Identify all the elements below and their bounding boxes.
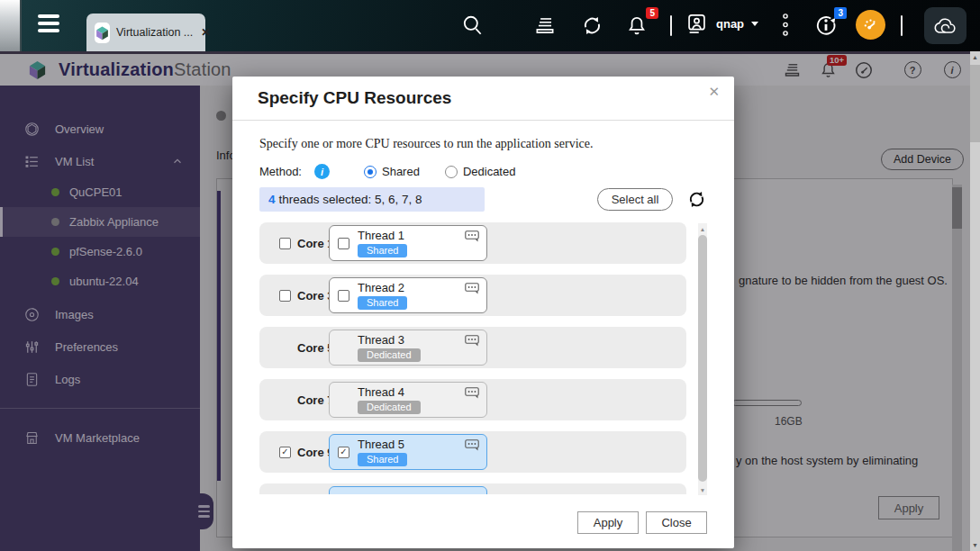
comment-icon[interactable]	[465, 387, 479, 399]
core-row-3: Core 3 Thread 2 Shared	[259, 275, 686, 316]
background-tasks-icon[interactable]	[531, 12, 558, 39]
kebab-menu-icon[interactable]	[778, 12, 793, 39]
virtualization-cube-icon	[95, 23, 110, 43]
comment-icon[interactable]	[465, 230, 479, 242]
thread-card[interactable]: Thread 1 Shared	[329, 225, 487, 261]
myqnapcloud-icon[interactable]	[924, 7, 966, 44]
scrollbar-thumb[interactable]	[698, 235, 707, 482]
thread-checkbox[interactable]	[338, 290, 349, 302]
radio-dedicated[interactable]: Dedicated	[445, 165, 516, 178]
caret-down-icon	[751, 22, 758, 26]
system-top-bar: Virtualization ... ✕ 5 qnap 3	[0, 0, 980, 51]
scroll-up-arrow[interactable]: ▲	[970, 51, 980, 63]
dialog-list-scrollbar[interactable]: ▲ ▼	[698, 223, 707, 495]
thread-card-selected[interactable]: ✓ Thread 5 Shared	[329, 434, 487, 470]
info-count-badge: 3	[834, 7, 847, 19]
user-menu[interactable]: qnap	[685, 12, 758, 36]
separator	[670, 15, 672, 36]
radio-button[interactable]	[445, 166, 458, 178]
scroll-down-arrow[interactable]: ▼	[698, 484, 707, 495]
comment-icon[interactable]	[465, 335, 479, 347]
core-checkbox-checked[interactable]: ✓	[279, 447, 291, 458]
thread-card-disabled: Thread 4 Dedicated	[329, 382, 487, 418]
dialog-close-button[interactable]: Close	[646, 511, 707, 534]
user-name: qnap	[716, 17, 744, 31]
tab-close-icon[interactable]: ✕	[201, 26, 210, 39]
dialog-description: Specify one or more CPU resources to run…	[259, 137, 707, 151]
method-label: Method:	[259, 165, 302, 178]
dialog-header: Specify CPU Resources ✕	[232, 77, 734, 121]
main-menu-button[interactable]	[38, 14, 59, 36]
thread-card-disabled: Thread 3 Dedicated	[329, 330, 487, 366]
dialog-apply-button[interactable]: Apply	[577, 511, 639, 534]
dialog-title: Specify CPU Resources	[258, 88, 451, 108]
tab-label: Virtualization ...	[116, 26, 193, 39]
app-tab-virtualization[interactable]: Virtualization ... ✕	[86, 14, 205, 51]
specify-cpu-resources-dialog: Specify CPU Resources ✕ Specify one or m…	[232, 77, 734, 548]
notification-count-badge: 5	[646, 7, 658, 19]
dialog-close-icon[interactable]: ✕	[708, 84, 720, 100]
page-scrollbar[interactable]: ▲ ▼	[970, 51, 980, 551]
thread-checkbox[interactable]	[338, 238, 349, 249]
separator	[901, 15, 903, 36]
scroll-up-arrow[interactable]: ▲	[698, 223, 707, 234]
core-row-7: Core 7 Thread 4 Dedicated	[259, 379, 686, 420]
desktop-edge-sliver	[0, 0, 22, 51]
scroll-down-arrow[interactable]: ▼	[970, 539, 980, 551]
radio-button-selected[interactable]	[364, 166, 377, 178]
select-all-button[interactable]: Select all	[597, 188, 673, 211]
comment-icon[interactable]	[465, 439, 479, 451]
resource-monitor-icon[interactable]	[856, 10, 885, 40]
cpu-core-list: Core 1 Thread 1 Shared Core 3	[259, 222, 688, 494]
notifications-bell-icon[interactable]: 5	[623, 12, 650, 39]
radio-shared[interactable]: Shared	[364, 165, 420, 178]
search-icon[interactable]	[459, 12, 486, 39]
thread-checkbox-checked[interactable]: ✓	[338, 447, 349, 458]
core-row-partial	[259, 483, 686, 494]
core-checkbox[interactable]	[279, 290, 291, 302]
sync-icon[interactable]	[578, 12, 605, 39]
selection-summary: 4 threads selected: 5, 6, 7, 8	[259, 187, 485, 212]
method-info-icon[interactable]: i	[314, 164, 330, 179]
user-icon	[685, 12, 709, 36]
core-row-5: Core 5 Thread 3 Dedicated	[259, 327, 686, 368]
scrollbar-thumb[interactable]	[970, 65, 980, 142]
comment-icon[interactable]	[465, 283, 479, 294]
core-checkbox[interactable]	[279, 238, 291, 249]
core-row-1: Core 1 Thread 1 Shared	[259, 222, 686, 264]
thread-card-selected[interactable]	[329, 486, 487, 494]
core-row-9: ✓ Core 9 ✓ Thread 5 Shared	[259, 431, 686, 473]
system-info-icon[interactable]: 3	[812, 12, 839, 39]
thread-card[interactable]: Thread 2 Shared	[329, 277, 487, 313]
refresh-icon[interactable]	[686, 189, 707, 210]
